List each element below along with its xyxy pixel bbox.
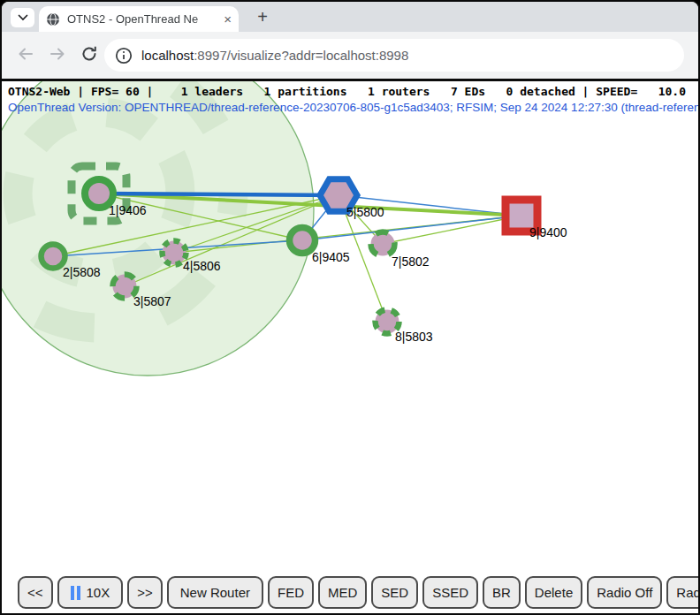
node-label: 3|5807	[133, 294, 171, 308]
tab-close-button[interactable]: ×	[224, 12, 232, 26]
sim-toolbar: << 10X >> New Router FED MED SED SSED BR…	[18, 576, 700, 609]
browser-tab[interactable]: OTNS2 - OpenThread Ne ×	[39, 6, 239, 32]
node-label: 7|5802	[392, 254, 430, 269]
chevron-down-icon	[18, 14, 28, 21]
tab-search-button[interactable]	[11, 8, 34, 27]
node-label: 4|5806	[183, 259, 221, 273]
forward-button[interactable]	[48, 44, 67, 64]
radio-on-button[interactable]: Radio On	[666, 576, 700, 609]
status-line-1: OTNS2-Web | FPS= 60 | 1 leaders 1 partit…	[8, 85, 686, 98]
sed-button[interactable]: SED	[371, 576, 418, 609]
chrome-page-divider	[2, 79, 698, 81]
speed-up-button[interactable]: >>	[127, 576, 163, 609]
url-text[interactable]: localhost:8997/visualize?addr=localhost:…	[141, 48, 408, 63]
node-label: 6|9405	[312, 250, 350, 264]
page-info-icon[interactable]	[115, 47, 133, 65]
speed-label: 10X	[87, 585, 110, 600]
speed-button[interactable]: 10X	[57, 576, 124, 609]
status-line-2: OpenThread Version: OPENTHREAD/thread-re…	[8, 101, 698, 114]
tab-title: OTNS2 - OpenThread Ne	[67, 12, 217, 26]
pause-icon	[71, 586, 80, 600]
globe-favicon-icon	[46, 12, 60, 27]
ssed-button[interactable]: SSED	[422, 576, 478, 609]
br-button[interactable]: BR	[483, 576, 521, 609]
reload-button[interactable]	[80, 44, 99, 64]
radio-off-button[interactable]: Radio Off	[587, 576, 662, 609]
back-button[interactable]	[16, 44, 35, 64]
delete-button[interactable]: Delete	[525, 576, 582, 609]
node-label: 2|5808	[63, 265, 101, 279]
med-button[interactable]: MED	[318, 576, 367, 609]
node-label: 9|9400	[529, 225, 567, 239]
node-7-sed[interactable]	[371, 232, 395, 256]
speed-down-button[interactable]: <<	[18, 576, 53, 609]
node-label: 5|5800	[346, 205, 384, 219]
new-router-button[interactable]: New Router	[167, 576, 263, 609]
fed-button[interactable]: FED	[268, 576, 314, 609]
node-label: 8|5803	[395, 330, 433, 344]
node-label: 1|9406	[109, 203, 147, 217]
url-host: localhost	[141, 48, 194, 63]
new-tab-button[interactable]: +	[252, 7, 273, 28]
browser-window: 1|9406 2|5808 3|5807 4|5806 5|5800 6|940…	[0, 0, 700, 615]
browser-nav-toolbar: localhost:8997/visualize?addr=localhost:…	[2, 32, 698, 79]
tab-strip: OTNS2 - OpenThread Ne × +	[2, 2, 698, 32]
url-bar[interactable]: localhost:8997/visualize?addr=localhost:…	[104, 39, 684, 72]
node-2-fed[interactable]	[42, 245, 65, 269]
url-path: :8997/visualize?addr=localhost:8998	[194, 48, 408, 63]
